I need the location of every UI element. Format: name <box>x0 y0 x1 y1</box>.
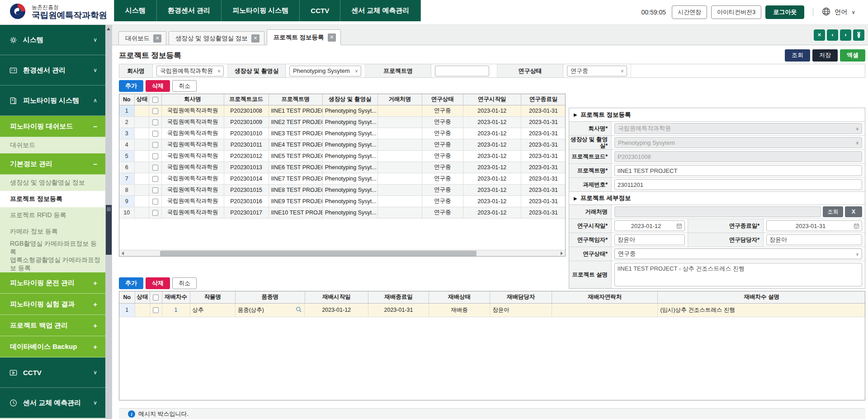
logout-button[interactable]: 로그아웃 <box>765 5 804 19</box>
language-label[interactable]: 언어 <box>835 8 847 16</box>
add-button[interactable]: 추가 <box>119 277 143 289</box>
table-row[interactable]: 9국립원예특작과학원P202301016lINE9 TEST PROJECTPh… <box>119 195 566 207</box>
collapse-tabs-button[interactable]: ∨∨ <box>853 29 864 41</box>
table-row[interactable]: 1국립원예특작과학원P202301008lINE1 TEST PROJECTPh… <box>119 105 566 116</box>
sidebar-section-데이타베이스 Backup[interactable]: 데이타베이스 Backup + <box>0 336 105 357</box>
sidebar-scrollbar[interactable] <box>105 25 112 419</box>
sidebar-group-피노타이핑 시스템[interactable]: 피노타이핑 시스템 ∧ <box>0 86 105 116</box>
select-all-checkbox[interactable] <box>152 97 158 103</box>
row-checkbox[interactable] <box>152 176 158 182</box>
start-date-input[interactable] <box>614 220 685 231</box>
cancel-button[interactable]: 취소 <box>172 277 197 289</box>
sidebar-item-프로젝트 정보등록[interactable]: 프로젝트 정보등록 <box>0 191 105 207</box>
next-tab-button[interactable]: › <box>840 29 851 41</box>
form-chamber-select[interactable]: Phenotyping Sysytem∨ <box>614 137 862 148</box>
project-desc-textarea[interactable]: lINE1 TEST PROJECT - 상추 건조스트레스 진행 <box>614 263 862 286</box>
add-button[interactable]: 추가 <box>119 80 143 92</box>
sidebar-section-기본정보 관리[interactable]: 기본정보 관리 − <box>0 153 105 175</box>
delete-button[interactable]: 삭제 <box>146 277 170 289</box>
form-name-input[interactable] <box>614 165 862 176</box>
tab-프로젝트 정보등록[interactable]: 프로젝트 정보등록 ✕ <box>267 29 341 45</box>
table-row[interactable]: 11상추품종(상추)2023-01-122023-01-31재배중장윤아(임시)… <box>119 303 865 317</box>
form-status-select[interactable]: 연구중∨ <box>614 248 862 259</box>
sidebar-group-CCTV[interactable]: CCTV ∨ <box>0 357 105 388</box>
sidebar-group-환경센서 관리[interactable]: 환경센서 관리 ∨ <box>0 55 105 86</box>
table-row[interactable]: 7국립원예특작과학원P202301014lINE7 TEST PROJECTPh… <box>119 173 566 184</box>
table-row[interactable]: 2국립원예특작과학원P202301009lINE2 TEST PROJECTPh… <box>119 116 566 128</box>
close-icon[interactable]: ✕ <box>153 34 161 43</box>
col-header-checkbox <box>149 94 161 105</box>
search-magnifier-icon[interactable] <box>296 306 302 314</box>
close-icon[interactable]: ✕ <box>328 33 336 42</box>
filter-chamber-select[interactable]: Phenotyping Sysytem∨ <box>289 66 361 76</box>
table-row[interactable]: 10국립원예특작과학원P202301017lINE10 TEST PROJE..… <box>119 207 566 218</box>
form-company-select[interactable]: 국립원예특작과학원∨ <box>614 123 862 134</box>
filter-project-input[interactable] <box>435 66 489 76</box>
scroll-up-arrow-icon[interactable] <box>107 28 110 30</box>
row-checkbox[interactable] <box>152 131 158 137</box>
save-button[interactable]: 저장 <box>812 49 838 62</box>
manager-input[interactable] <box>766 234 862 245</box>
end-date-input[interactable] <box>766 220 862 231</box>
sidebar-section-피노타이핑 대쉬보드[interactable]: 피노타이핑 대쉬보드 − <box>0 116 105 137</box>
sidebar-section-피노타이핑 운전 관리[interactable]: 피노타이핑 운전 관리 + <box>0 272 105 294</box>
sidebar-item-카메라 정보 등록[interactable]: 카메라 정보 등록 <box>0 224 105 240</box>
row-checkbox[interactable] <box>152 199 158 205</box>
account-button[interactable]: 아이티컨버전3 <box>711 5 761 19</box>
sidebar-item-생장상 및 영상촬영실 정보[interactable]: 생장상 및 영상촬영실 정보 <box>0 175 105 191</box>
horizontal-scrollbar[interactable] <box>119 250 565 256</box>
filter-company-select[interactable]: 국립원예특작과학원∨ <box>156 66 224 76</box>
search-button[interactable]: 조회 <box>785 49 810 62</box>
row-checkbox[interactable] <box>152 187 158 193</box>
chevron-down-icon[interactable]: ∨ <box>851 9 855 15</box>
cancel-button[interactable]: 취소 <box>172 80 197 92</box>
nav-item-센서 교체 예측관리[interactable]: 센서 교체 예측관리 <box>340 0 420 21</box>
table-row[interactable]: 8국립원예특작과학원P202301015lINE8 TEST PROJECTPh… <box>119 184 566 195</box>
sidebar-item-엽록소형광촬영실 카메라좌표정보 등록[interactable]: 엽록소형광촬영실 카메라좌표정보 등록 <box>0 256 105 272</box>
delete-button[interactable]: 삭제 <box>146 80 170 92</box>
nav-item-CCTV[interactable]: CCTV <box>300 0 340 21</box>
client-clear-button[interactable]: X <box>845 206 862 217</box>
extend-time-button[interactable]: 시간연장 <box>672 5 707 19</box>
sidebar-item-프로젝트 RFID 등록[interactable]: 프로젝트 RFID 등록 <box>0 207 105 224</box>
row-checkbox[interactable] <box>152 108 158 114</box>
tab-대쉬보드[interactable]: 대쉬보드 ✕ <box>118 31 166 45</box>
select-all-checkbox[interactable] <box>153 295 159 300</box>
excel-button[interactable]: 엑셀 <box>840 49 865 62</box>
tab-생장상 및 영상촬영실 정보[interactable]: 생장상 및 영상촬영실 정보 ✕ <box>169 31 264 45</box>
row-checkbox[interactable] <box>152 210 158 216</box>
form-client-input[interactable] <box>614 206 821 217</box>
scroll-left-arrow-icon[interactable] <box>119 250 126 257</box>
table-row[interactable]: 4국립원예특작과학원P202301011lINE4 TEST PROJECTPh… <box>119 139 566 150</box>
chevron-down-icon: ∨ <box>217 68 221 73</box>
table-row[interactable]: 3국립원예특작과학원P202301010lINE3 TEST PROJECTPh… <box>119 128 566 139</box>
row-checkbox[interactable] <box>153 307 159 313</box>
leader-input[interactable] <box>614 234 685 245</box>
row-checkbox[interactable] <box>152 165 158 171</box>
scrollbar-thumb[interactable] <box>106 205 112 255</box>
sidebar-section-프로젝트 백업 관리[interactable]: 프로젝트 백업 관리 + <box>0 315 105 336</box>
table-row[interactable]: 6국립원예특작과학원P202301013lINE6 TEST PROJECTPh… <box>119 162 566 173</box>
nav-item-피노타이핑 시스템[interactable]: 피노타이핑 시스템 <box>222 0 300 21</box>
form-code-input[interactable] <box>614 151 862 162</box>
row-checkbox[interactable] <box>152 153 158 159</box>
sidebar-item-RGB촬영실 카메라좌표정보 등록[interactable]: RGB촬영실 카메라좌표정보 등록 <box>0 240 105 256</box>
sidebar-group-센서 교체 예측관리[interactable]: 센서 교체 예측관리 ∨ <box>0 388 105 418</box>
sidebar-item-대쉬보드[interactable]: 대쉬보드 <box>0 137 105 153</box>
scroll-right-arrow-icon[interactable] <box>558 250 565 257</box>
table-row[interactable]: 5국립원예특작과학원P202301012lINE5 TEST PROJECTPh… <box>119 150 566 162</box>
close-tab-button[interactable]: × <box>814 29 825 41</box>
close-icon[interactable]: ✕ <box>251 34 259 43</box>
sidebar-group-시스템[interactable]: 시스템 ∨ <box>0 25 105 55</box>
expand-toggle-icon: + <box>93 343 97 351</box>
nav-item-환경센서 관리[interactable]: 환경센서 관리 <box>157 0 222 21</box>
nav-item-시스템[interactable]: 시스템 <box>114 0 157 21</box>
form-task-no-input[interactable] <box>614 179 862 190</box>
client-search-button[interactable]: 조회 <box>823 206 843 217</box>
row-checkbox[interactable] <box>152 142 158 148</box>
sidebar-section-피노타이핑 실험 결과[interactable]: 피노타이핑 실험 결과 + <box>0 294 105 315</box>
scrollbar-thumb[interactable] <box>160 251 476 256</box>
row-checkbox[interactable] <box>152 119 158 125</box>
filter-status-select[interactable]: 연구중∨ <box>567 66 627 76</box>
prev-tab-button[interactable]: ‹ <box>827 29 838 41</box>
